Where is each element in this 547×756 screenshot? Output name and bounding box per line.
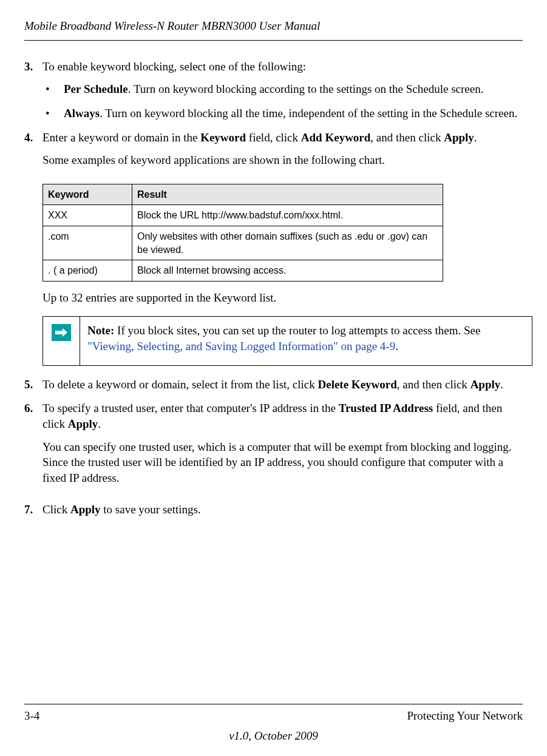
bullet-marker: • — [46, 106, 64, 121]
step-content: To specify a trusted user, enter that co… — [42, 400, 523, 493]
bullet-rest: . Turn on keyword blocking all the time,… — [100, 107, 517, 120]
text: Enter a keyword or domain in the — [42, 131, 200, 144]
text: To delete a keyword or domain, select it… — [42, 378, 318, 391]
table-header-keyword: Keyword — [43, 184, 132, 205]
page-header-title: Mobile Broadband Wireless-N Router MBRN3… — [24, 18, 523, 34]
text: . — [98, 417, 101, 430]
text-bold: Trusted IP Address — [339, 402, 433, 414]
note-label: Note: — [87, 324, 114, 337]
step-7: 7. Click Apply to save your settings. — [24, 502, 523, 518]
text: To specify a trusted user, enter that co… — [42, 402, 339, 414]
after-table-text: Up to 32 entries are supported in the Ke… — [42, 290, 523, 306]
text-bold: Delete Keyword — [318, 378, 396, 391]
text-bold: Apply — [471, 378, 501, 391]
table-header-result: Result — [132, 184, 443, 205]
text: field, click — [246, 131, 301, 144]
header-rule — [24, 40, 523, 41]
table-cell-keyword: . ( a period) — [43, 260, 132, 282]
text-bold: Add Keyword — [301, 131, 371, 144]
bullet-content: Per Schedule. Turn on keyword blocking a… — [64, 81, 523, 97]
bullet-bold: Per Schedule — [64, 83, 128, 95]
text: . — [474, 131, 477, 144]
table-cell-keyword: XXX — [43, 205, 132, 226]
table-cell-result: Only websites with other domain suffixes… — [132, 226, 443, 260]
text: to save your settings. — [101, 503, 201, 516]
text: Click — [42, 503, 70, 516]
step-content: To delete a keyword or domain, select it… — [42, 377, 523, 393]
note-after: . — [395, 340, 398, 353]
text: , and then click — [370, 131, 444, 144]
table-header-row: Keyword Result — [43, 184, 443, 205]
step-4: 4. Enter a keyword or domain in the Keyw… — [24, 130, 523, 175]
bullet-item: • Always. Turn on keyword blocking all t… — [46, 106, 523, 121]
step-number: 3. — [24, 59, 42, 75]
table-cell-keyword: .com — [43, 226, 132, 260]
keyword-examples-table: Keyword Result XXX Block the URL http://… — [42, 184, 443, 282]
step-paragraph: You can specify one trusted user, which … — [42, 439, 523, 486]
step-number: 4. — [24, 130, 42, 175]
step-3: 3. To enable keyword blocking, select on… — [24, 59, 523, 75]
bullet-bold: Always — [64, 107, 100, 120]
step-content: To enable keyword blocking, select one o… — [42, 59, 523, 75]
note-icon-cell — [43, 317, 80, 365]
table-row: .com Only websites with other domain suf… — [43, 226, 443, 260]
step-content: Click Apply to save your settings. — [42, 502, 523, 518]
note-link[interactable]: "Viewing, Selecting, and Saving Logged I… — [87, 340, 395, 353]
table-cell-result: Block all Internet browsing access. — [132, 260, 443, 282]
bullet-item: • Per Schedule. Turn on keyword blocking… — [46, 81, 523, 97]
step-6: 6. To specify a trusted user, enter that… — [24, 400, 523, 493]
step-5: 5. To delete a keyword or domain, select… — [24, 377, 523, 393]
bullet-content: Always. Turn on keyword blocking all the… — [64, 106, 523, 121]
step-line: Enter a keyword or domain in the Keyword… — [42, 130, 523, 146]
step-number: 6. — [24, 400, 42, 493]
table-row: XXX Block the URL http://www.badstuf.com… — [43, 205, 443, 226]
text-bold: Apply — [70, 503, 101, 516]
bullet-rest: . Turn on keyword blocking according to … — [128, 83, 484, 95]
arrow-note-icon — [52, 324, 71, 341]
step-content: Enter a keyword or domain in the Keyword… — [42, 130, 523, 175]
bullet-marker: • — [46, 81, 64, 97]
table-row: . ( a period) Block all Internet browsin… — [43, 260, 443, 282]
text: , and then click — [397, 378, 471, 391]
note-text: If you block sites, you can set up the r… — [114, 324, 480, 337]
text: . — [500, 378, 503, 391]
note-content: Note: If you block sites, you can set up… — [80, 317, 532, 365]
step-paragraph: Some examples of keyword applications ar… — [42, 152, 523, 168]
step-number: 5. — [24, 377, 42, 393]
step-line: To specify a trusted user, enter that co… — [42, 400, 523, 431]
text-bold: Apply — [444, 131, 474, 144]
text-bold: Keyword — [200, 131, 246, 144]
table-cell-result: Block the URL http://www.badstuf.com/xxx… — [132, 205, 443, 226]
text-bold: Apply — [68, 417, 98, 430]
step-number: 7. — [24, 502, 42, 518]
note-box: Note: If you block sites, you can set up… — [42, 316, 532, 365]
